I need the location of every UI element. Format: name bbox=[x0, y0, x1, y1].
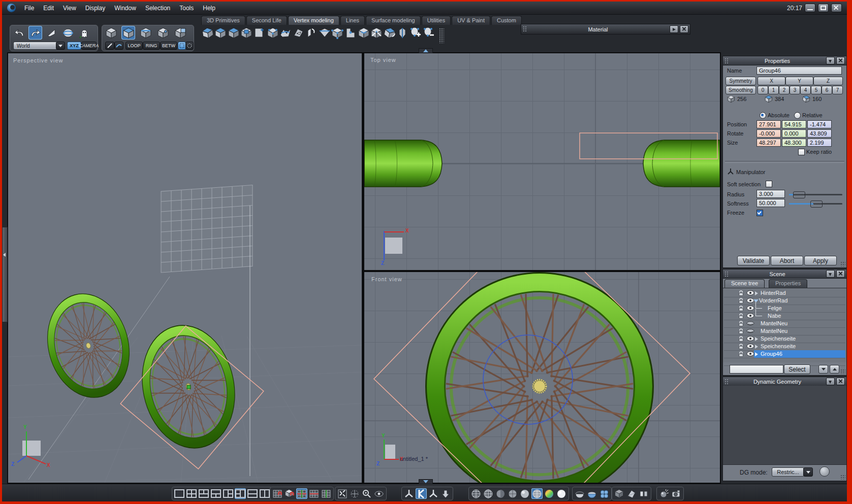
display-smooth-icon[interactable] bbox=[519, 488, 530, 499]
smoothing-4-button[interactable]: 4 bbox=[800, 86, 811, 94]
xray-cube-icon[interactable] bbox=[614, 488, 625, 499]
material-grip[interactable] bbox=[523, 26, 526, 32]
select-auto-icon[interactable] bbox=[173, 26, 187, 40]
tab-utilities[interactable]: Utilities bbox=[422, 16, 451, 25]
radius-slider[interactable] bbox=[789, 194, 842, 195]
vm-tool-03-icon[interactable] bbox=[227, 26, 240, 40]
apply-button[interactable]: Apply bbox=[804, 256, 837, 265]
visible-eye-icon[interactable] bbox=[746, 306, 754, 311]
display-flat-wire-icon[interactable] bbox=[507, 488, 518, 499]
smoothing-0-button[interactable]: 0 bbox=[758, 86, 768, 94]
tree-item-group46-selected[interactable]: Group46 bbox=[724, 350, 845, 358]
tree-item-speichenseite-2[interactable]: Speichenseite bbox=[724, 343, 845, 351]
dg-grip[interactable] bbox=[724, 379, 729, 385]
menu-help[interactable]: Help bbox=[198, 5, 220, 12]
vm-tool-06-icon[interactable] bbox=[266, 26, 279, 40]
vm-tool-11-icon[interactable] bbox=[331, 26, 344, 40]
grid-xz-icon[interactable] bbox=[296, 488, 307, 499]
vm-tool-05-icon[interactable] bbox=[253, 26, 266, 40]
display-smooth-wire-icon[interactable] bbox=[531, 488, 543, 499]
tree-item-mantelneu-2[interactable]: MantelNeu bbox=[724, 327, 845, 335]
smoothing-5-button[interactable]: 5 bbox=[811, 86, 822, 94]
dg-mode-arrow[interactable] bbox=[803, 467, 813, 477]
pen-select-icon[interactable] bbox=[105, 42, 114, 50]
tree-item-nabe[interactable]: Nabe bbox=[724, 312, 845, 320]
expander-icon[interactable] bbox=[755, 352, 758, 356]
dg-status-sphere[interactable] bbox=[819, 466, 830, 477]
display-flat-icon[interactable] bbox=[495, 488, 506, 499]
menu-file[interactable]: File bbox=[20, 5, 39, 12]
render-icon[interactable] bbox=[658, 488, 670, 499]
vm-tool-17-icon[interactable] bbox=[409, 26, 422, 40]
toolbar-grip[interactable] bbox=[439, 28, 444, 43]
vm-tool-01-icon[interactable] bbox=[201, 26, 214, 40]
pan-view-icon[interactable] bbox=[349, 488, 360, 499]
scene-down-icon[interactable] bbox=[818, 365, 828, 374]
name-field[interactable]: Group46 bbox=[756, 66, 842, 75]
menu-view[interactable]: View bbox=[58, 5, 81, 12]
grid-x-icon[interactable] bbox=[308, 488, 320, 499]
camera-toggle[interactable]: CAMERA bbox=[81, 42, 97, 50]
visible-eye-icon[interactable] bbox=[746, 351, 754, 356]
dg-resize-grip[interactable] bbox=[840, 475, 845, 480]
close-button[interactable] bbox=[831, 4, 842, 12]
menu-window[interactable]: Window bbox=[110, 5, 141, 12]
lock-icon[interactable] bbox=[738, 298, 744, 304]
top-viewport[interactable]: Top view Z X bbox=[364, 53, 720, 270]
menu-display[interactable]: Display bbox=[81, 5, 110, 12]
tree-item-vorderrrad[interactable]: VorderrRad bbox=[724, 297, 845, 305]
visible-eye-icon[interactable] bbox=[746, 344, 754, 349]
tab-3d-primitives[interactable]: 3D Primitives bbox=[201, 16, 245, 25]
between-button[interactable]: BETW bbox=[160, 42, 177, 50]
scene-filter-input[interactable] bbox=[730, 365, 783, 374]
select-points-icon[interactable] bbox=[104, 26, 118, 40]
tree-item-felge[interactable]: Felge bbox=[724, 305, 845, 313]
material-close-icon[interactable] bbox=[680, 25, 688, 33]
lock-icon[interactable] bbox=[738, 328, 744, 334]
vm-tool-12-icon[interactable] bbox=[344, 26, 357, 40]
multi-instance-icon[interactable] bbox=[598, 488, 610, 499]
layout-single-icon[interactable] bbox=[174, 488, 185, 499]
vm-tool-07-icon[interactable] bbox=[279, 26, 292, 40]
dg-collapse-icon[interactable] bbox=[826, 378, 835, 385]
vm-tool-18-icon[interactable] bbox=[422, 26, 435, 40]
rotate-z-field[interactable]: 43.809 bbox=[807, 129, 832, 138]
prism-icon[interactable] bbox=[626, 488, 637, 499]
hidden-eye-icon[interactable] bbox=[746, 328, 754, 333]
scene-resize-grip[interactable] bbox=[840, 369, 845, 374]
softness-field[interactable]: 50.000 bbox=[756, 199, 785, 207]
display-white-icon[interactable] bbox=[556, 488, 567, 499]
vm-tool-13-icon[interactable] bbox=[357, 26, 370, 40]
manipulator-drop-icon[interactable] bbox=[440, 488, 451, 499]
layout-one-top-two-bottom-icon[interactable] bbox=[210, 488, 222, 499]
cut-tool-icon[interactable] bbox=[45, 26, 58, 40]
lock-icon[interactable] bbox=[738, 336, 744, 342]
scene-properties-tab[interactable]: Properties bbox=[769, 279, 807, 288]
space-select[interactable]: World bbox=[13, 42, 59, 50]
layout-quad-icon[interactable] bbox=[186, 488, 197, 499]
select-edges-icon[interactable] bbox=[121, 26, 135, 40]
expander-icon[interactable] bbox=[755, 337, 758, 341]
material-expand-icon[interactable] bbox=[670, 25, 678, 33]
loop-button[interactable]: LOOP bbox=[125, 42, 143, 50]
fit-view-icon[interactable] bbox=[337, 488, 348, 499]
viewport-splitter-top[interactable] bbox=[419, 48, 433, 53]
scene-panel-header[interactable]: Scene bbox=[723, 270, 846, 279]
render-camera-icon[interactable] bbox=[671, 488, 682, 499]
dg-close-icon[interactable] bbox=[836, 378, 845, 385]
layout-two-rows-icon[interactable] bbox=[247, 488, 258, 499]
tree-item-hinterrad[interactable]: HinterRad bbox=[724, 289, 845, 297]
smoothing-3-button[interactable]: 3 bbox=[790, 86, 800, 94]
symmetry-z-button[interactable]: Z bbox=[813, 77, 843, 85]
softness-slider-handle[interactable] bbox=[810, 200, 823, 208]
backface-blue-icon[interactable] bbox=[586, 488, 597, 499]
vm-tool-02-icon[interactable] bbox=[214, 26, 228, 40]
symmetry-x-button[interactable]: X bbox=[758, 77, 785, 85]
uv-pages-icon[interactable] bbox=[638, 488, 649, 499]
redo-icon[interactable] bbox=[28, 26, 42, 40]
position-x-field[interactable]: 27.901 bbox=[756, 120, 781, 128]
perspective-viewport[interactable]: Perspective view bbox=[8, 53, 362, 483]
marquee-ellipse-icon[interactable] bbox=[185, 42, 194, 50]
vm-tool-04-icon[interactable] bbox=[240, 26, 254, 40]
manipulator-transform-icon[interactable] bbox=[428, 488, 439, 499]
